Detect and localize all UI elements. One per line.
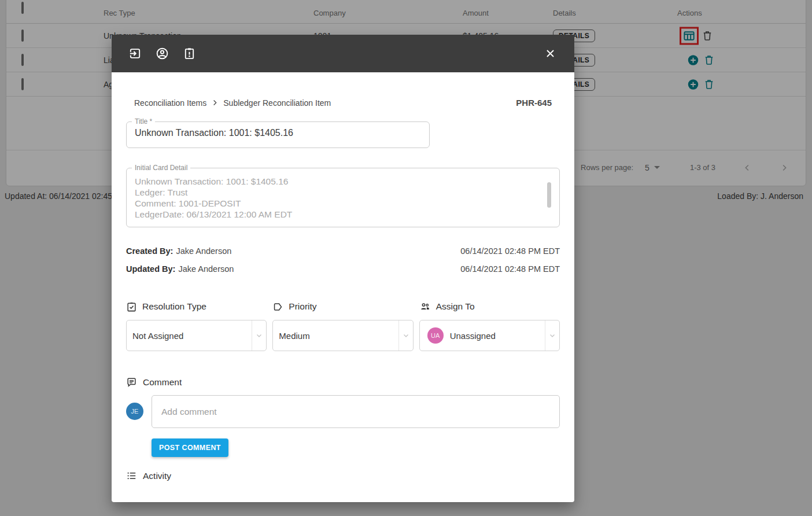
assign-to-value: Unassigned <box>450 331 496 341</box>
priority-label: Priority <box>289 301 316 312</box>
created-by-row: Created By:Jake Anderson 06/14/2021 02:4… <box>126 246 560 256</box>
selects-row: Not Assigned Medium UA Unassigned <box>126 320 560 351</box>
title-input[interactable] <box>127 126 429 144</box>
activity-heading-label: Activity <box>143 471 171 481</box>
record-id: PHR-645 <box>516 98 552 108</box>
breadcrumb: Reconciliation Items Subledger Reconcili… <box>134 98 552 108</box>
add-comment-input[interactable] <box>152 395 560 428</box>
updated-by-row: Updated By:Jake Anderson 06/14/2021 02:4… <box>126 264 560 274</box>
assign-to-select[interactable]: UA Unassigned <box>419 320 560 351</box>
resolution-type-select[interactable]: Not Assigned <box>126 320 267 351</box>
initial-card-detail-label: Initial Card Detail <box>132 164 190 172</box>
priority-value: Medium <box>279 331 309 341</box>
comment-section-heading: Comment <box>126 377 560 388</box>
comment-icon <box>126 377 137 388</box>
created-by-value: Jake Anderson <box>176 246 231 256</box>
updated-by-value: Jake Anderson <box>178 264 234 274</box>
title-field: Title * <box>126 117 430 148</box>
initial-card-detail-field: Initial Card Detail Unknown Transaction:… <box>126 164 560 227</box>
assign-to-label: Assign To <box>436 301 475 312</box>
activity-list-icon <box>126 470 137 481</box>
current-user-avatar: JE <box>126 403 143 420</box>
chevron-down-icon <box>548 331 556 340</box>
updated-date: 06/14/2021 02:48 PM EDT <box>460 264 560 274</box>
breadcrumb-parent[interactable]: Reconciliation Items <box>134 98 206 108</box>
chevron-down-icon <box>402 331 410 340</box>
comment-composer: JE <box>126 395 560 428</box>
people-icon <box>419 301 431 312</box>
chevron-down-icon <box>255 331 263 340</box>
close-icon[interactable] <box>545 48 556 59</box>
task-check-icon <box>126 301 137 312</box>
created-date: 06/14/2021 02:48 PM EDT <box>460 246 560 256</box>
initial-card-detail-text[interactable]: Unknown Transaction: 1001: $1405.16 Ledg… <box>127 172 559 220</box>
updated-by-label: Updated By: <box>126 264 175 274</box>
comment-heading-label: Comment <box>143 377 182 388</box>
exit-to-app-icon[interactable] <box>128 47 142 60</box>
resolution-type-label: Resolution Type <box>142 301 206 312</box>
breadcrumb-current: Subledger Reconciliation Item <box>223 98 331 108</box>
account-circle-icon[interactable] <box>156 47 169 60</box>
created-by-label: Created By: <box>126 246 173 256</box>
modal-body: Reconciliation Items Subledger Reconcili… <box>112 98 574 481</box>
subledger-reconciliation-modal: Reconciliation Items Subledger Reconcili… <box>112 35 574 502</box>
record-meta: Created By:Jake Anderson 06/14/2021 02:4… <box>126 246 560 274</box>
priority-tag-icon <box>272 301 283 312</box>
chevron-right-icon <box>211 98 219 107</box>
assignee-avatar: UA <box>427 327 444 344</box>
priority-select[interactable]: Medium <box>272 320 413 351</box>
title-field-label: Title * <box>132 117 155 126</box>
clipboard-alert-icon[interactable] <box>183 47 196 60</box>
select-headings-row: Resolution Type Priority Assign To <box>126 301 560 312</box>
activity-section-heading: Activity <box>126 470 560 481</box>
modal-toolbar <box>112 35 574 72</box>
scrollbar-thumb[interactable] <box>547 182 551 208</box>
post-comment-button[interactable]: POST COMMENT <box>152 438 228 457</box>
resolution-type-value: Not Assigned <box>132 331 183 341</box>
